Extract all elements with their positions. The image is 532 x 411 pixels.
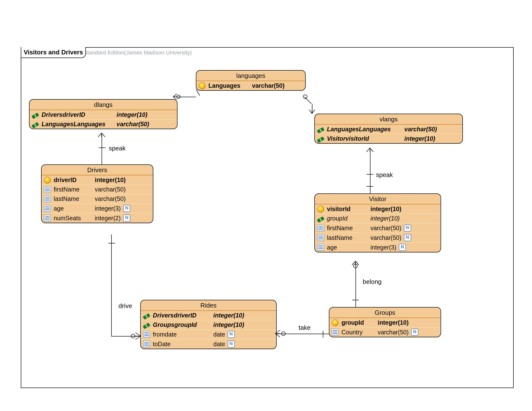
nullable-badge: N [404, 224, 411, 232]
column-type: varchar(50) [95, 195, 126, 202]
column-type: integer(10) [213, 321, 244, 328]
column-icon [317, 224, 324, 231]
column-name: lastName [327, 234, 370, 241]
primary-key-icon [44, 177, 51, 184]
entity-visitor[interactable]: Visitor visitorIdinteger(10)groupIdinteg… [314, 193, 441, 252]
column-row: GroupsgroupIdinteger(10) [141, 320, 276, 329]
column-row: Languagesvarchar(50) [196, 81, 305, 90]
column-name: GroupsgroupId [153, 321, 213, 328]
column-type: integer(10) [95, 177, 126, 184]
nullable-badge: N [411, 328, 418, 336]
column-name: Languages [209, 82, 252, 89]
tick [323, 331, 323, 337]
column-icon [143, 341, 150, 347]
column-name: DriversdriverID [153, 312, 213, 319]
entity-languages[interactable]: languages Languagesvarchar(50) [196, 70, 306, 91]
svg-line-23 [352, 261, 355, 265]
tick [99, 148, 105, 148]
page: Visual Paradigm for UML Standard Edition… [0, 0, 532, 411]
column-icon [44, 215, 51, 222]
crow-foot-icon [173, 94, 180, 101]
column-name: VisitorvisitorId [327, 135, 404, 142]
column-row: toDatedateN [141, 339, 276, 349]
column-name: groupId [327, 215, 370, 222]
svg-line-4 [309, 110, 312, 114]
svg-line-16 [135, 336, 141, 339]
crow-foot-icon [135, 333, 142, 340]
svg-line-25 [355, 261, 359, 265]
nullable-badge: N [228, 340, 235, 348]
entity-vlangs[interactable]: vlangs LanguagesLanguagesvarchar(50)Visi… [314, 114, 463, 144]
column-type: integer(10) [378, 319, 409, 326]
crow-foot-icon [275, 330, 281, 337]
column-type: integer(10) [404, 135, 435, 142]
column-name: visitorId [327, 206, 370, 213]
column-icon [44, 205, 51, 212]
column-name: Country [342, 329, 378, 336]
column-type: varchar(50) [378, 329, 409, 336]
entity-title: dlangs [29, 100, 177, 110]
foreign-key-icon [143, 313, 150, 319]
frame-title: Visitors and Drivers [21, 47, 86, 58]
entity-rides[interactable]: Rides DriversdriverIDinteger(10)Groupsgr… [140, 300, 277, 349]
column-name: firstName [54, 186, 95, 193]
entity-title: Visitor [315, 194, 441, 205]
foreign-key-icon [31, 122, 39, 128]
column-name: toDate [153, 341, 213, 348]
crow-foot-icon [98, 132, 105, 138]
column-type: varchar(50) [252, 82, 285, 89]
connector [111, 234, 112, 336]
column-icon [44, 196, 51, 202]
column-icon [44, 186, 51, 193]
column-name: LanguagesLanguages [42, 121, 116, 128]
entity-drivers[interactable]: Drivers driverIDinteger(10)firstNamevarc… [41, 164, 153, 223]
circle-icon [281, 331, 286, 336]
column-name: driverID [54, 177, 95, 184]
column-name: numSeats [54, 215, 95, 222]
primary-key-icon [332, 319, 339, 326]
entity-title: Rides [141, 300, 276, 311]
primary-key-icon [199, 83, 206, 89]
svg-point-7 [303, 95, 307, 99]
column-icon [317, 244, 324, 251]
nullable-badge: N [123, 205, 130, 212]
entity-title: Drivers [42, 165, 153, 176]
column-row: groupIdinteger(10) [329, 318, 441, 327]
svg-line-2 [173, 97, 177, 100]
relation-label: speak [376, 171, 393, 179]
svg-line-18 [275, 330, 280, 334]
entity-title: languages [196, 71, 305, 81]
tick [367, 174, 373, 175]
relation-label: belong [363, 278, 382, 286]
primary-key-icon [317, 206, 324, 213]
column-name: DriversdriverID [42, 111, 116, 118]
svg-line-0 [173, 94, 177, 97]
column-name: fromdate [153, 331, 213, 338]
column-name: groupId [342, 319, 378, 326]
column-row: LanguagesLanguagesvarchar(50) [315, 125, 462, 134]
column-icon [143, 331, 150, 338]
nullable-badge: N [404, 234, 411, 241]
column-name: age [327, 244, 370, 251]
column-type: varchar(50) [370, 234, 401, 241]
column-type: date [213, 341, 225, 348]
column-row: LanguagesLanguagesvarchar(50) [29, 119, 177, 129]
crow-foot-icon [309, 110, 316, 116]
column-row: ageinteger(3)N [315, 242, 441, 252]
foreign-key-icon [31, 112, 39, 119]
nullable-badge: N [228, 331, 235, 338]
entity-dlangs[interactable]: dlangs DriversdriverIDinteger(10)Languag… [29, 99, 178, 129]
entity-groups[interactable]: Groups groupIdinteger(10)Countryvarchar(… [329, 307, 441, 337]
column-row: driverIDinteger(10) [42, 176, 153, 185]
column-icon [332, 329, 339, 336]
column-type: integer(10) [116, 111, 148, 118]
column-row: Countryvarchar(50)N [329, 327, 441, 337]
relation-label: drive [118, 302, 132, 310]
svg-line-14 [135, 333, 141, 336]
column-name: age [54, 205, 95, 212]
column-type: date [213, 331, 225, 338]
column-row: DriversdriverIDinteger(10) [141, 311, 276, 320]
column-row: firstNamevarchar(50) [42, 185, 153, 194]
svg-line-20 [275, 334, 280, 337]
column-row: fromdatedateN [141, 329, 276, 339]
